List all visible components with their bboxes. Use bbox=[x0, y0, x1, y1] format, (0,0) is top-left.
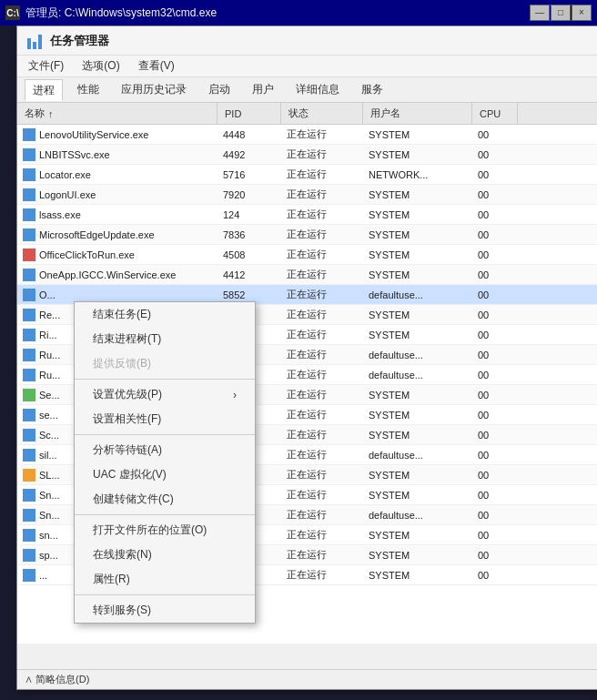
menu-file[interactable]: 文件(F) bbox=[25, 56, 67, 76]
td-process-name: OneApp.IGCC.WinService.exe bbox=[17, 269, 218, 281]
tab-users[interactable]: 用户 bbox=[245, 79, 281, 101]
process-icon bbox=[23, 208, 35, 221]
table-row[interactable]: LenovoUtilityService.exe 4448 正在运行 SYSTE… bbox=[17, 125, 597, 145]
td-cpu: 00 bbox=[472, 289, 518, 300]
status-text[interactable]: ∧ 简略信息(D) bbox=[25, 673, 89, 686]
td-process-name: MicrosoftEdgeUpdate.exe bbox=[17, 228, 218, 241]
td-user: SYSTEM bbox=[363, 330, 472, 340]
td-status: 正在运行 bbox=[281, 328, 363, 341]
menu-options[interactable]: 选项(O) bbox=[78, 56, 123, 76]
context-menu-item[interactable]: 结束进程树(T) bbox=[75, 327, 255, 351]
td-pid: 5852 bbox=[218, 289, 281, 300]
td-process-name: OfficeClickToRun.exe bbox=[17, 249, 218, 261]
td-cpu: 00 bbox=[472, 350, 518, 360]
td-user: SYSTEM bbox=[363, 550, 472, 561]
td-status: 正在运行 bbox=[281, 528, 363, 542]
context-menu-item[interactable]: 结束任务(E) bbox=[75, 302, 255, 327]
tab-details[interactable]: 详细信息 bbox=[288, 79, 347, 101]
td-status: 正在运行 bbox=[281, 488, 363, 502]
td-cpu: 00 bbox=[472, 450, 518, 461]
td-cpu: 00 bbox=[472, 269, 518, 280]
table-row[interactable]: OfficeClickToRun.exe 4508 正在运行 SYSTEM 00 bbox=[17, 245, 597, 265]
context-menu-item[interactable]: 打开文件所在的位置(O) bbox=[75, 518, 255, 543]
td-user: defaultuse... bbox=[363, 510, 472, 521]
context-menu-item[interactable]: 属性(R) bbox=[75, 567, 255, 592]
context-menu-item[interactable]: UAC 虚拟化(V) bbox=[75, 462, 255, 487]
td-status: 正在运行 bbox=[281, 508, 363, 522]
status-bar: ∧ 简略信息(D) bbox=[17, 669, 597, 689]
context-menu-item[interactable]: 转到服务(S) bbox=[75, 598, 255, 623]
td-status: 正在运行 bbox=[281, 248, 363, 261]
td-user: NETWORK... bbox=[363, 169, 472, 180]
cmd-title-text: 管理员: C:\Windows\system32\cmd.exe bbox=[25, 5, 530, 21]
table-row[interactable]: lsass.exe 124 正在运行 SYSTEM 00 bbox=[17, 205, 597, 225]
td-status: 正在运行 bbox=[281, 388, 363, 401]
td-status: 正在运行 bbox=[281, 348, 363, 361]
td-user: SYSTEM bbox=[363, 570, 472, 581]
td-cpu: 00 bbox=[472, 510, 518, 521]
td-process-name: lsass.exe bbox=[17, 208, 218, 221]
context-menu-item[interactable]: 设置相关性(F) bbox=[75, 407, 255, 431]
td-user: SYSTEM bbox=[363, 129, 472, 140]
process-icon bbox=[23, 549, 35, 562]
td-user: SYSTEM bbox=[363, 390, 472, 401]
td-pid: 4412 bbox=[218, 269, 281, 280]
td-user: SYSTEM bbox=[363, 530, 472, 541]
table-row[interactable]: MicrosoftEdgeUpdate.exe 7836 正在运行 SYSTEM… bbox=[17, 225, 597, 245]
context-menu-separator bbox=[75, 514, 255, 515]
td-cpu: 00 bbox=[472, 530, 518, 541]
th-status[interactable]: 状态 bbox=[281, 103, 363, 124]
table-row[interactable]: LNBITSSvc.exe 4492 正在运行 SYSTEM 00 bbox=[17, 145, 597, 165]
td-cpu: 00 bbox=[472, 330, 518, 340]
table-row[interactable]: Locator.exe 5716 正在运行 NETWORK... 00 bbox=[17, 165, 597, 185]
process-icon bbox=[23, 469, 35, 482]
td-pid: 4508 bbox=[218, 249, 281, 260]
td-cpu: 00 bbox=[472, 209, 518, 220]
td-cpu: 00 bbox=[472, 149, 518, 160]
context-menu-item[interactable]: 分析等待链(A) bbox=[75, 438, 255, 462]
td-pid: 7920 bbox=[218, 189, 281, 200]
cmd-close-button[interactable]: × bbox=[572, 5, 592, 21]
menu-view[interactable]: 查看(V) bbox=[135, 56, 178, 76]
td-user: defaultuse... bbox=[363, 289, 472, 300]
tab-startup[interactable]: 启动 bbox=[201, 79, 238, 101]
td-user: SYSTEM bbox=[363, 490, 472, 501]
context-menu-item[interactable]: 设置优先级(P)› bbox=[75, 382, 255, 407]
table-row[interactable]: OneApp.IGCC.WinService.exe 4412 正在运行 SYS… bbox=[17, 265, 597, 285]
td-user: SYSTEM bbox=[363, 149, 472, 160]
th-user[interactable]: 用户名 bbox=[363, 103, 472, 124]
context-menu: 结束任务(E)结束进程树(T)提供反馈(B)设置优先级(P)›设置相关性(F)分… bbox=[74, 301, 256, 624]
td-status: 正在运行 bbox=[281, 268, 363, 281]
cmd-minimize-button[interactable]: — bbox=[530, 5, 550, 21]
context-menu-separator bbox=[75, 379, 255, 380]
td-user: defaultuse... bbox=[363, 370, 472, 380]
td-status: 正在运行 bbox=[281, 208, 363, 221]
tab-processes[interactable]: 进程 bbox=[25, 79, 63, 101]
th-pid[interactable]: PID bbox=[218, 103, 281, 124]
context-menu-item[interactable]: 创建转储文件(C) bbox=[75, 487, 255, 512]
td-process-name: LogonUI.exe bbox=[17, 188, 218, 201]
td-user: SYSTEM bbox=[363, 229, 472, 240]
th-name[interactable]: 名称 ↑ bbox=[17, 103, 218, 124]
main-content: 名称 ↑ PID 状态 用户名 CPU Le bbox=[17, 103, 597, 644]
td-cpu: 00 bbox=[472, 309, 518, 320]
tab-performance[interactable]: 性能 bbox=[70, 79, 106, 101]
td-cpu: 00 bbox=[472, 129, 518, 140]
context-menu-item[interactable]: 在线搜索(N) bbox=[75, 543, 255, 567]
td-process-name: Locator.exe bbox=[17, 168, 218, 181]
process-icon bbox=[23, 168, 35, 181]
td-status: 正在运行 bbox=[281, 448, 363, 462]
tab-services[interactable]: 服务 bbox=[354, 79, 390, 101]
td-pid: 124 bbox=[218, 209, 281, 220]
th-cpu[interactable]: CPU bbox=[472, 103, 518, 124]
td-process-name: LenovoUtilityService.exe bbox=[17, 128, 218, 141]
td-status: 正在运行 bbox=[281, 288, 363, 301]
cmd-icon: C:\ bbox=[5, 5, 20, 20]
process-icon bbox=[23, 409, 35, 421]
table-row[interactable]: LogonUI.exe 7920 正在运行 SYSTEM 00 bbox=[17, 185, 597, 205]
tab-app-history[interactable]: 应用历史记录 bbox=[114, 79, 194, 101]
process-icon bbox=[23, 269, 35, 281]
cmd-maximize-button[interactable]: □ bbox=[551, 5, 571, 21]
td-pid: 4448 bbox=[218, 129, 281, 140]
td-status: 正在运行 bbox=[281, 548, 363, 562]
